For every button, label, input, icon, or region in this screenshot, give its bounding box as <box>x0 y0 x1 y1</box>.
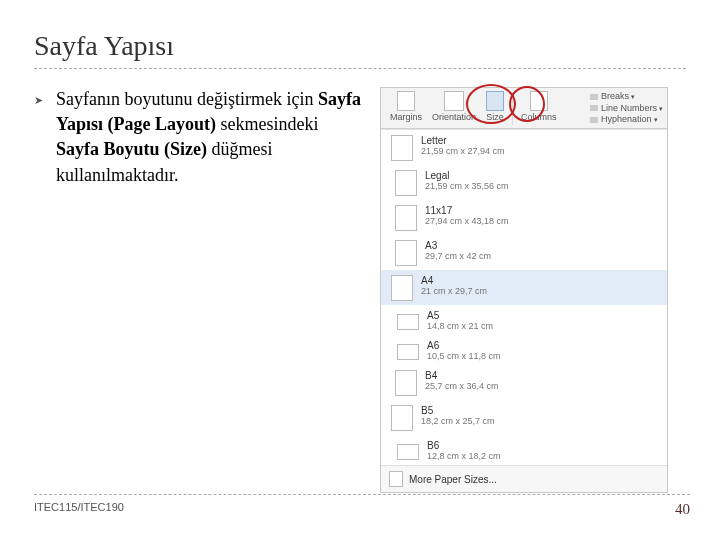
page-thumb-icon <box>391 135 413 161</box>
size-name: B5 <box>421 405 495 416</box>
size-option-a5[interactable]: A514,8 cm x 21 cm <box>381 305 667 335</box>
size-dropdown: Letter21,59 cm x 27,94 cmLegal21,59 cm x… <box>381 129 667 465</box>
footer-page-number: 40 <box>675 501 690 518</box>
word-size-panel: Margins Orientation Size Columns Breaks … <box>380 87 668 493</box>
page-thumb-icon <box>395 240 417 266</box>
size-name: A3 <box>425 240 491 251</box>
page-thumb-icon <box>391 275 413 301</box>
page-thumb-icon <box>391 405 413 431</box>
text: sekmesindeki <box>216 114 318 134</box>
size-name: 11x17 <box>425 205 509 216</box>
bold-text: Sayfa Boyutu (Size) <box>56 139 207 159</box>
text: Sayfanın boyutunu değiştirmek için <box>56 89 318 109</box>
size-option-11x17[interactable]: 11x1727,94 cm x 43,18 cm <box>381 200 667 235</box>
size-name: A5 <box>427 310 493 321</box>
size-name: A4 <box>421 275 487 286</box>
size-dims: 18,2 cm x 25,7 cm <box>421 416 495 426</box>
size-dims: 21 cm x 29,7 cm <box>421 286 487 296</box>
size-dims: 25,7 cm x 36,4 cm <box>425 381 499 391</box>
size-option-letter[interactable]: Letter21,59 cm x 27,94 cm <box>381 130 667 165</box>
slide-title: Sayfa Yapısı <box>34 30 686 62</box>
size-option-a4[interactable]: A421 cm x 29,7 cm <box>381 270 667 305</box>
size-name: Legal <box>425 170 509 181</box>
size-option-a6[interactable]: A610,5 cm x 11,8 cm <box>381 335 667 365</box>
page-thumb-icon <box>395 205 417 231</box>
size-option-b6[interactable]: B612,8 cm x 18,2 cm <box>381 435 667 465</box>
size-name: B4 <box>425 370 499 381</box>
size-option-b5[interactable]: B518,2 cm x 25,7 cm <box>381 400 667 435</box>
page-thumb-icon <box>397 444 419 460</box>
size-dims: 29,7 cm x 42 cm <box>425 251 491 261</box>
page-thumb-icon <box>397 314 419 330</box>
size-dims: 21,59 cm x 27,94 cm <box>421 146 505 156</box>
page-thumb-icon <box>395 170 417 196</box>
size-option-a3[interactable]: A329,7 cm x 42 cm <box>381 235 667 270</box>
size-name: B6 <box>427 440 501 451</box>
size-dims: 10,5 cm x 11,8 cm <box>427 351 501 361</box>
size-dims: 14,8 cm x 21 cm <box>427 321 493 331</box>
size-name: Letter <box>421 135 505 146</box>
size-option-legal[interactable]: Legal21,59 cm x 35,56 cm <box>381 165 667 200</box>
page-thumb-icon <box>395 370 417 396</box>
page-icon <box>389 471 403 487</box>
size-option-b4[interactable]: B425,7 cm x 36,4 cm <box>381 365 667 400</box>
footer-course: ITEC115/ITEC190 <box>34 501 124 518</box>
size-dims: 12,8 cm x 18,2 cm <box>427 451 501 461</box>
hyphenation-button[interactable]: Hyphenation <box>590 114 663 126</box>
more-paper-sizes[interactable]: More Paper Sizes... <box>381 465 667 492</box>
bullet-item: ➤ Sayfanın boyutunu değiştirmek için Say… <box>34 87 364 188</box>
size-dims: 21,59 cm x 35,56 cm <box>425 181 509 191</box>
columns-button[interactable]: Columns <box>516 90 562 123</box>
breaks-button[interactable]: Breaks <box>590 91 663 103</box>
chevron-icon: ➤ <box>34 87 46 188</box>
size-name: A6 <box>427 340 501 351</box>
ribbon: Margins Orientation Size Columns Breaks … <box>381 88 667 129</box>
line-numbers-button[interactable]: Line Numbers <box>590 103 663 115</box>
title-divider <box>34 68 686 69</box>
size-dims: 27,94 cm x 43,18 cm <box>425 216 509 226</box>
size-button[interactable]: Size <box>481 90 509 123</box>
orientation-button[interactable]: Orientation <box>427 90 481 123</box>
page-thumb-icon <box>397 344 419 360</box>
margins-button[interactable]: Margins <box>385 90 427 123</box>
